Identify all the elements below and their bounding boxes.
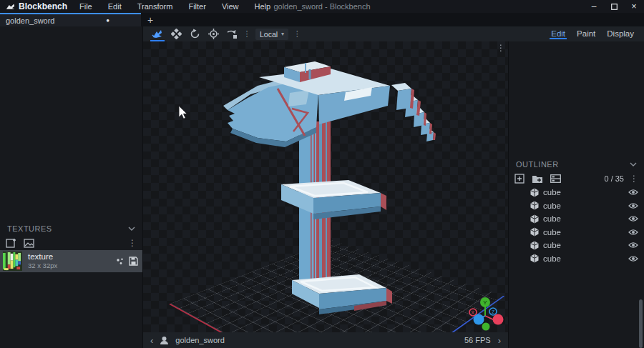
eye-icon [628, 229, 638, 236]
outliner-item-label: cube [543, 228, 561, 237]
mode-tab-display[interactable]: Display [602, 28, 638, 40]
visibility-toggle[interactable] [628, 202, 638, 209]
transform-space-value: Local [260, 30, 278, 39]
add-group-icon[interactable] [532, 174, 543, 184]
close-button[interactable]: × [624, 0, 644, 13]
app-logo: Blockbench [0, 1, 73, 11]
outliner-panel-header[interactable]: OUTLINER [509, 156, 644, 171]
rotate-tool-button[interactable] [186, 27, 203, 41]
eye-icon [628, 255, 638, 262]
outliner-more-icon[interactable]: ⋮ [630, 174, 638, 183]
unsaved-dot-icon: ● [106, 17, 109, 24]
move-tool-icon [152, 29, 164, 39]
outliner-item-cube[interactable]: cube [509, 212, 644, 226]
outliner-item-label: cube [543, 214, 561, 223]
chevron-down-icon [630, 162, 637, 166]
outliner-item-cube[interactable]: cube [509, 239, 644, 252]
textures-panel-title: TEXTURES [7, 224, 52, 233]
3d-viewport[interactable]: Y X Z ⋮ [143, 41, 508, 332]
mouse-cursor [143, 41, 508, 332]
cube-icon [530, 188, 539, 197]
outliner-item-label: cube [543, 254, 561, 263]
vertex-snap-tool-button[interactable] [223, 27, 240, 41]
texture-list-item[interactable]: texture 32 x 32px [0, 250, 142, 272]
vertex-snap-icon [226, 29, 238, 39]
textures-toolbar: ⋮ [0, 236, 142, 250]
outliner-selection-count: 0 / 35 [604, 174, 624, 183]
eye-icon [628, 189, 638, 196]
outliner-item-cube[interactable]: cube [509, 199, 644, 213]
outliner-item-cube[interactable]: cube [509, 226, 644, 239]
import-texture-icon[interactable] [6, 238, 16, 248]
cube-icon [530, 201, 539, 210]
minimize-icon: – [592, 1, 597, 11]
new-tab-button[interactable]: + [141, 13, 160, 26]
menu-view[interactable]: View [215, 1, 245, 11]
save-texture-icon[interactable] [129, 257, 138, 266]
fps-counter: 56 FPS [464, 336, 491, 344]
dropdown-caret-icon: ▾ [281, 31, 284, 37]
blockbench-logo-icon [6, 2, 15, 11]
toolbar-more-icon[interactable]: ⋮ [242, 29, 252, 39]
mode-tab-paint[interactable]: Paint [572, 28, 600, 40]
mode-tab-edit[interactable]: Edit [547, 28, 570, 40]
cube-icon [530, 254, 539, 263]
cube-icon [530, 227, 539, 237]
toggle-list-icon[interactable] [550, 174, 561, 183]
move-tool-button[interactable] [149, 27, 166, 41]
texture-name: texture [28, 252, 57, 262]
visibility-toggle[interactable] [628, 229, 638, 236]
right-sidebar: OUTLINER 0 / 35 ⋮ [509, 41, 644, 348]
visibility-toggle[interactable] [628, 189, 638, 196]
status-bar: ‹ golden_sword 56 FPS › [143, 332, 508, 348]
eye-icon [628, 242, 638, 249]
outliner-item-cube[interactable]: cube [509, 186, 644, 199]
create-texture-icon[interactable] [24, 239, 34, 248]
eye-icon [628, 202, 638, 209]
outliner-item-cube[interactable]: cube [509, 252, 644, 266]
maximize-button[interactable] [604, 0, 624, 13]
toolbar-more-icon-2[interactable]: ⋮ [292, 29, 302, 39]
textures-panel-header[interactable]: TEXTURES [0, 220, 142, 236]
status-project-name[interactable]: golden_sword [175, 336, 225, 344]
visibility-toggle[interactable] [628, 242, 638, 249]
pivot-tool-button[interactable] [205, 27, 222, 41]
status-prev-icon[interactable]: ‹ [150, 335, 153, 346]
rotate-tool-icon [190, 29, 200, 39]
menu-filter[interactable]: Filter [182, 1, 212, 11]
titlebar: Blockbench File Edit Transform Filter Vi… [0, 0, 644, 13]
outliner-item-label: cube [543, 188, 561, 197]
right-panel-scrollbar[interactable] [639, 299, 643, 348]
resize-tool-icon [171, 29, 182, 39]
visibility-toggle[interactable] [628, 215, 638, 222]
eye-icon [628, 215, 638, 222]
visibility-toggle[interactable] [628, 255, 638, 262]
project-tab-bar: golden_sword ● + [0, 13, 644, 26]
outliner-item-label: cube [543, 202, 561, 210]
resize-tool-button[interactable] [167, 27, 185, 41]
window-title: golden_sword - Blockbench [273, 2, 370, 11]
mode-tabs: Edit Paint Display [547, 28, 640, 40]
menu-help[interactable]: Help [248, 1, 278, 11]
right-panel-empty-area [509, 41, 644, 156]
particle-texture-icon[interactable] [116, 257, 125, 266]
cube-icon [530, 214, 539, 224]
status-next-icon[interactable]: › [498, 335, 501, 346]
pivot-tool-icon [208, 29, 219, 39]
player-head-icon[interactable] [160, 336, 169, 345]
project-tab-label: golden_sword [6, 16, 55, 25]
outliner-toolbar: 0 / 35 ⋮ [509, 171, 644, 186]
plus-icon: + [147, 14, 153, 26]
add-cube-icon[interactable] [514, 174, 525, 184]
menu-file[interactable]: File [73, 1, 99, 11]
menu-transform[interactable]: Transform [131, 1, 180, 11]
transform-space-select[interactable]: Local ▾ [255, 29, 288, 40]
app-name: Blockbench [19, 1, 67, 11]
menu-edit[interactable]: Edit [102, 1, 128, 11]
project-tab[interactable]: golden_sword ● [0, 13, 141, 26]
minimize-button[interactable]: – [584, 0, 604, 13]
textures-more-icon[interactable]: ⋮ [128, 239, 137, 247]
close-icon: × [631, 1, 636, 11]
outliner-panel-title: OUTLINER [516, 160, 559, 169]
left-panel-empty-area [0, 26, 142, 220]
